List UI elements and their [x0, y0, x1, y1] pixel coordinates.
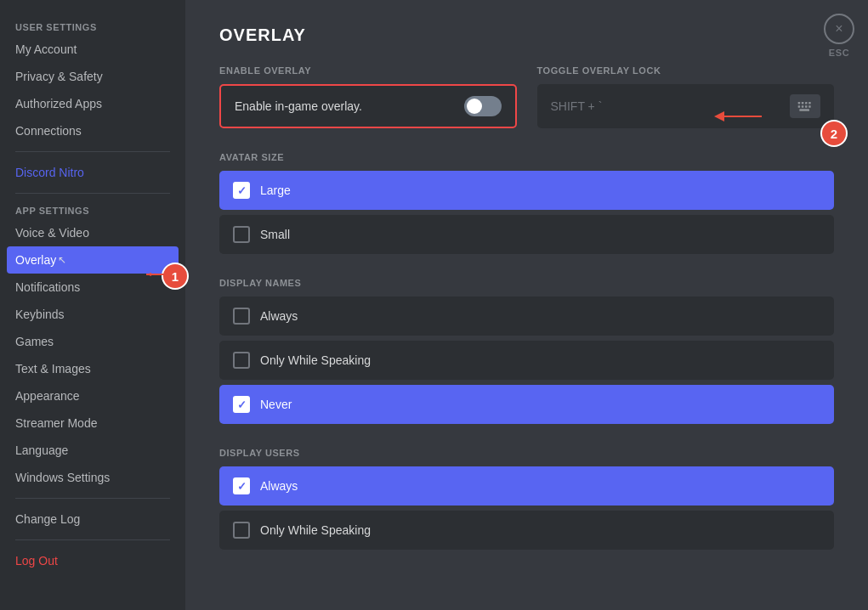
display-names-speaking-label: Only While Speaking: [260, 353, 371, 367]
checkbox-large: ✓: [233, 182, 250, 199]
svg-rect-9: [799, 109, 809, 111]
avatar-size-section: AVATAR SIZE ✓ Large ✓ Small: [219, 152, 834, 254]
arrow-1-svg: [145, 273, 170, 276]
sidebar-item-label: Overlay: [15, 253, 56, 267]
sidebar-item-label: Text & Images: [15, 362, 91, 376]
avatar-option-large-label: Large: [260, 184, 291, 197]
svg-rect-4: [808, 102, 811, 104]
annotation-badge-1: 1: [163, 264, 187, 288]
svg-rect-5: [798, 105, 801, 108]
display-users-section: DISPLAY USERS ✓ Always ✓ Only While Spea…: [219, 448, 834, 550]
sidebar-item-label: Language: [15, 443, 68, 457]
display-names-option-speaking[interactable]: ✓ Only While Speaking: [219, 341, 834, 380]
page-title: OVERLAY: [219, 25, 834, 45]
top-settings-row: ENABLE OVERLAY Enable in-game overlay. T…: [219, 65, 834, 128]
cursor-indicator: ↖: [58, 254, 66, 266]
sidebar-item-label: Appearance: [15, 389, 80, 403]
toggle-knob: [467, 99, 482, 114]
display-names-section: DISPLAY NAMES ✓ Always ✓ Only While Spea…: [219, 278, 834, 424]
sidebar-item-language[interactable]: Language: [7, 437, 179, 464]
checkbox-users-always: ✓: [233, 477, 250, 494]
display-names-option-never[interactable]: ✓ Never: [219, 385, 834, 424]
sidebar-divider-1: [15, 151, 170, 152]
esc-circle[interactable]: ×: [824, 14, 854, 44]
display-users-option-speaking[interactable]: ✓ Only While Speaking: [219, 511, 834, 550]
sidebar-item-label: Authorized Apps: [15, 97, 102, 110]
sidebar: USER SETTINGS My Account Privacy & Safet…: [0, 0, 185, 610]
checkbox-small: ✓: [233, 226, 250, 243]
sidebar-item-appearance[interactable]: Appearance: [7, 382, 179, 409]
svg-rect-2: [802, 102, 804, 104]
sidebar-item-label: Keybinds: [15, 308, 65, 321]
sidebar-item-connections[interactable]: Connections: [7, 117, 179, 144]
overlay-toggle[interactable]: [464, 96, 502, 116]
checkmark-large: ✓: [237, 184, 247, 197]
checkbox-names-always: ✓: [233, 308, 250, 325]
toggle-lock-shortcut: SHIFT + `: [551, 99, 603, 113]
svg-rect-3: [805, 102, 808, 104]
avatar-option-large[interactable]: ✓ Large: [219, 171, 834, 210]
svg-rect-1: [798, 102, 801, 104]
display-users-option-always[interactable]: ✓ Always: [219, 466, 834, 506]
sidebar-item-label: Voice & Video: [15, 226, 89, 240]
sidebar-item-streamer-mode[interactable]: Streamer Mode: [7, 409, 179, 437]
keyboard-svg: [797, 100, 814, 112]
enable-overlay-section: ENABLE OVERLAY Enable in-game overlay.: [219, 65, 517, 128]
sidebar-item-voice-video[interactable]: Voice & Video: [7, 219, 179, 246]
toggle-lock-section: TOGGLE OVERLAY LOCK SHIFT + `: [537, 65, 835, 128]
app-settings-label: APP SETTINGS: [7, 201, 179, 219]
checkmark-names-never: ✓: [237, 398, 247, 411]
keyboard-icon[interactable]: [790, 94, 820, 118]
sidebar-item-keybinds[interactable]: Keybinds: [7, 301, 179, 328]
arrow-2-svg: [715, 112, 766, 138]
sidebar-item-label: Log Out: [15, 554, 58, 568]
sidebar-item-authorized-apps[interactable]: Authorized Apps: [7, 90, 179, 117]
checkmark-users-always: ✓: [237, 480, 247, 493]
main-content: × ESC OVERLAY ENABLE OVERLAY Enable in-g…: [185, 0, 868, 610]
annotation-badge-2: 2: [822, 121, 846, 145]
sidebar-item-label: Notifications: [15, 280, 80, 294]
esc-button[interactable]: × ESC: [824, 14, 854, 58]
sidebar-item-windows-settings[interactable]: Windows Settings: [7, 464, 179, 491]
svg-marker-12: [146, 273, 151, 276]
sidebar-item-games[interactable]: Games: [7, 328, 179, 355]
sidebar-item-label: Games: [15, 335, 54, 348]
esc-icon: ×: [835, 21, 842, 37]
display-names-label: DISPLAY NAMES: [219, 278, 834, 288]
sidebar-item-notifications[interactable]: Notifications: [7, 274, 179, 301]
svg-rect-6: [802, 105, 804, 108]
checkbox-names-never: ✓: [233, 396, 250, 413]
sidebar-item-label: Windows Settings: [15, 471, 110, 484]
sidebar-divider-4: [15, 539, 170, 540]
sidebar-item-discord-nitro[interactable]: Discord Nitro: [7, 159, 179, 186]
user-settings-label: USER SETTINGS: [7, 17, 179, 36]
avatar-option-small-label: Small: [260, 228, 290, 241]
sidebar-item-text-images[interactable]: Text & Images: [7, 355, 179, 382]
sidebar-item-label: Privacy & Safety: [15, 70, 103, 83]
sidebar-item-label: Connections: [15, 124, 82, 138]
esc-label: ESC: [829, 48, 849, 58]
sidebar-item-label: Change Log: [15, 512, 80, 526]
display-users-speaking-label: Only While Speaking: [260, 523, 371, 537]
sidebar-item-my-account[interactable]: My Account: [7, 36, 179, 63]
toggle-lock-box: SHIFT + `: [537, 84, 835, 128]
sidebar-divider-3: [15, 498, 170, 499]
checkbox-names-speaking: ✓: [233, 352, 250, 369]
enable-overlay-label: ENABLE OVERLAY: [219, 65, 517, 76]
enable-overlay-text: Enable in-game overlay.: [235, 99, 362, 113]
display-users-label: DISPLAY USERS: [219, 448, 834, 458]
svg-rect-8: [808, 105, 811, 108]
sidebar-divider-2: [15, 193, 170, 194]
display-names-option-always[interactable]: ✓ Always: [219, 297, 834, 336]
avatar-size-label: AVATAR SIZE: [219, 152, 834, 162]
sidebar-item-label: Streamer Mode: [15, 416, 97, 430]
enable-overlay-box[interactable]: Enable in-game overlay.: [219, 84, 517, 128]
toggle-lock-label: TOGGLE OVERLAY LOCK: [537, 65, 835, 76]
display-names-always-label: Always: [260, 309, 298, 323]
sidebar-item-log-out[interactable]: Log Out: [7, 547, 179, 574]
sidebar-item-overlay[interactable]: Overlay ↖: [7, 246, 179, 274]
sidebar-item-change-log[interactable]: Change Log: [7, 506, 179, 533]
sidebar-item-privacy-safety[interactable]: Privacy & Safety: [7, 63, 179, 90]
avatar-option-small[interactable]: ✓ Small: [219, 215, 834, 254]
svg-rect-7: [805, 105, 808, 108]
